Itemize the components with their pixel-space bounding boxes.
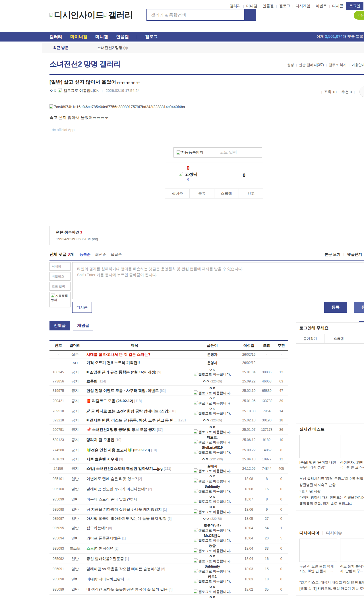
post-author-cell[interactable]: 운영자 <box>186 360 239 366</box>
post-link[interactable]: 현재 기준으로 559뽑 있는데 <box>83 597 186 598</box>
post-author-cell[interactable]: 로봇마누라갤로그로 이동합니다. <box>186 523 239 533</box>
post-link[interactable]: 아시발 흥국이 좋아하지도 않는데 풀돌 하지 말걸[6] <box>83 516 186 521</box>
post-category[interactable]: 공지 <box>67 427 83 432</box>
nav-item-갤러리[interactable]: 갤러리 <box>49 34 62 40</box>
nav-item-마이너갤[interactable]: 마이너갤 <box>70 34 87 40</box>
sidebar-thumb-caption[interactable]: 삼성전자, '19만전자' 극...설 쉰 코스피... <box>340 460 364 470</box>
post-link[interactable]: 접으라는데?[8] <box>83 525 186 531</box>
post-author-cell[interactable]: Sublimity갤로그로 이동합니다. <box>186 564 239 574</box>
post-category[interactable]: 공지 <box>67 466 83 471</box>
post-author-cell[interactable]: ㅇㅇ (222.239) <box>186 457 239 462</box>
post-link[interactable]: 내 생각엔 보마도 풀돌안하면 흥국이 꼴 날거 같음[4] <box>83 587 186 592</box>
nav-item-인물갤[interactable]: 인물갤 <box>116 34 129 40</box>
top-link[interactable]: 미니갤 <box>246 4 257 8</box>
login-tab-스크랩[interactable]: 스크랩 <box>324 334 353 343</box>
post-author-cell[interactable]: ㅇㅇ (220.78) <box>186 516 239 522</box>
post-category[interactable]: 일반 <box>67 577 83 582</box>
upvote-area[interactable]: 0 고정닉 0 <box>179 165 197 181</box>
post-link[interactable]: 한섭 진행 이벤트 모음 - 사쿠라 픽업, 이벤트[62] <box>83 388 186 393</box>
breadcrumb-gallery-name[interactable]: 소녀전선2 망명m <box>97 45 128 50</box>
post-author-cell[interactable]: ㅇㅇ갤로그로 이동합니다. <box>186 494 239 504</box>
post-author-cell[interactable]: ㅇㅇ갤로그로 이동합니다. <box>186 554 239 564</box>
attachment-filename[interactable]: 19924c62b8358613e.png <box>56 237 364 241</box>
top-link[interactable]: 갤러리 <box>230 4 241 8</box>
gallog-link[interactable]: 갤로그로 이동합니다. <box>63 88 99 93</box>
post-author-cell[interactable]: ㅇㅇ갤로그로 이동합니다. <box>186 504 239 515</box>
post-category[interactable]: 공지 <box>67 448 83 453</box>
post-category[interactable]: 일반 <box>67 507 83 512</box>
post-link[interactable]: 🧧 리딤코드 모음 (26.02.12)[118] <box>83 398 186 404</box>
post-category[interactable]: 일반 <box>67 516 83 521</box>
comment-textarea[interactable]: 타인의 권리를 침해하거나 명예를 훼손하는 댓글은 운영원칙 및 관련 법률에… <box>72 262 364 299</box>
sidebar-list-item[interactable]: "일론 머스크, 태극기 내걸고 직접 韓 반도체 <box>299 579 364 585</box>
sidebar-list-item[interactable]: 훌쩍훌쩍 모쏠, 장기 솔로 특징...txt <box>299 500 364 507</box>
vote-action-공유[interactable]: 공유 <box>189 189 214 198</box>
close-comments-button[interactable]: 댓글닫기 <box>347 252 362 256</box>
post-link[interactable]: 호출벨[114] <box>83 379 186 384</box>
night-mode-toggle[interactable]: 야간 모드 <box>354 11 364 20</box>
search-input[interactable] <box>147 9 244 20</box>
post-link[interactable]: 난 지금을 기다리며 실탄을 하나도 캐지않았지[1] <box>83 507 186 512</box>
nav-item-미니갤[interactable]: 미니갤 <box>95 34 108 40</box>
post-category[interactable]: 설문 <box>67 352 83 357</box>
all-posts-tab[interactable]: 전체글 <box>49 321 70 330</box>
recent-visit-label[interactable]: 최근 방문 <box>53 45 69 50</box>
post-author[interactable]: ㅇㅇ <box>49 88 57 93</box>
vote-action-실베추[interactable]: 실베추 <box>165 189 189 198</box>
post-category[interactable]: 공지 <box>67 388 83 393</box>
login-tab-알림[interactable]: 알림 <box>353 334 364 343</box>
post-link[interactable]: 서클 호출벨 지우개[3] <box>83 457 186 462</box>
post-category[interactable]: 일반 <box>67 556 83 561</box>
downvote-count[interactable]: 0 <box>243 173 245 178</box>
gallery-link[interactable]: 갤주소 복사 <box>329 63 347 67</box>
post-category[interactable]: 공지 <box>67 370 83 375</box>
post-author-cell[interactable]: ㅇㅇ갤로그로 이동합니다. <box>186 584 239 595</box>
post-author-cell[interactable]: ㅇㅇ갤로그로 이동합니다. <box>186 425 239 435</box>
post-author-cell[interactable]: Mr.CB전속갤로그로 이동합니다. <box>186 533 239 543</box>
dcmedia-title[interactable]: 디시미디어 <box>299 531 319 535</box>
nickname-field[interactable] <box>49 262 71 271</box>
post-category[interactable]: 일반 <box>67 487 83 492</box>
comment-submit-button-clipped[interactable]: 등록 <box>354 302 364 313</box>
comment-sort-최신순[interactable]: 최신순 <box>95 252 106 256</box>
dccon-button[interactable]: 디시콘 <box>72 302 92 313</box>
post-category[interactable]: 일반 <box>67 497 83 502</box>
sidebar-thumb-caption[interactable]: [속보] 법원 "윤석열 내란 우두머리죄 성립" <box>299 460 337 470</box>
post-author-cell[interactable]: ㅇㅇ (220.65) <box>186 379 239 384</box>
post-link[interactable]: 아내랑 데이트하고왔다[3] <box>83 577 186 582</box>
realtime-thumbnail[interactable] <box>340 435 364 458</box>
post-category[interactable]: 일반 <box>67 587 83 592</box>
post-category[interactable]: 일반 <box>67 525 83 531</box>
post-category[interactable]: 공지 <box>67 457 83 462</box>
post-link[interactable]: 🖍 글 하나로 보는 소전2 한섭 공략 업데이트 (스압)[10] <box>83 409 186 414</box>
post-link[interactable]: 중섭 할배있음? 질문좀[1] <box>83 556 186 561</box>
top-link[interactable]: 갤로그 <box>279 4 290 8</box>
post-link[interactable]: 🔰전술 인형 사용 보고서🔰 (25.09.23)[10] <box>83 448 186 453</box>
top-link[interactable]: 이벤트 <box>316 4 327 8</box>
post-category[interactable]: AD <box>67 361 83 365</box>
post-author-cell[interactable]: 카모1갤로그로 이동합니다. <box>186 574 239 584</box>
post-author-cell[interactable]: Stellaria0819갤로그로 이동합니다. <box>186 445 239 455</box>
post-category[interactable]: 일반 <box>67 597 83 598</box>
sidebar-list-item[interactable]: 싱글벙글 여자축구 근황 <box>299 482 364 488</box>
comment-submit-button[interactable]: 등록 <box>324 302 347 313</box>
gallery-link[interactable]: 설정 <box>287 63 294 67</box>
comment-sort-답글순[interactable]: 답글순 <box>111 252 122 256</box>
sidebar-list-item[interactable]: 부산 돌려차기男 '충격' 근황..."죄수복 터질 <box>299 475 364 482</box>
login-button[interactable]: 로그인 <box>346 2 363 10</box>
password-field[interactable] <box>49 272 71 281</box>
post-author-cell[interactable]: ㅇㅇ갤로그로 이동합니다. <box>186 386 239 396</box>
top-link[interactable]: 인물갤 <box>263 4 274 8</box>
gallery-link[interactable]: 이용안내 <box>351 63 364 67</box>
post-link[interactable]: 와이프 풀돌풀재해옴[1] <box>83 536 186 541</box>
view-post-button[interactable]: 본문 보기 <box>324 252 340 256</box>
post-author-cell[interactable]: ㅇㅇ갤로그로 이동합니다. <box>186 474 239 484</box>
post-link[interactable]: 말레이곰 정도면 우리가 이긴다는데?[2] <box>83 487 186 492</box>
post-author-cell[interactable]: ㅇㅇ갤로그로 이동합니다. <box>186 396 239 406</box>
post-author-cell[interactable]: ㅇㅇ (220.65) <box>186 418 239 423</box>
post-author-cell[interactable]: ㅇㅇ갤로그로 이동합니다. <box>186 595 239 598</box>
login-tab-즐겨찾기[interactable]: 즐겨찾기 <box>296 334 324 343</box>
vote-action-스크랩[interactable]: 스크랩 <box>214 189 239 198</box>
post-link[interactable]: 먕리처 글 모음집[10] <box>83 437 186 442</box>
realtime-thumbnail[interactable] <box>299 435 337 458</box>
